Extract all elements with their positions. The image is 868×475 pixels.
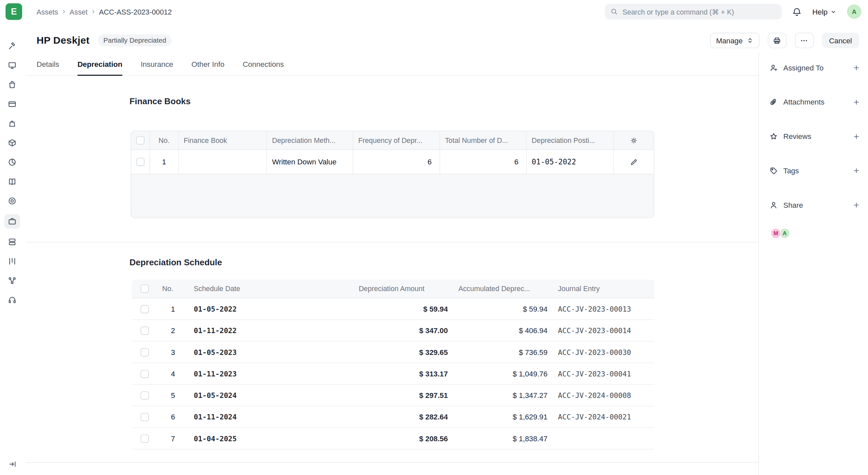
column-header-no: No. (158, 280, 188, 298)
schedule-row[interactable]: 1 01-05-2022 $ 59.94 $ 59.94 ACC-JV-2023… (132, 298, 654, 320)
schedule-row[interactable]: 3 01-05-2023 $ 329.65 $ 736.59 ACC-JV-20… (132, 342, 654, 363)
add-tag-button[interactable]: + (854, 166, 859, 175)
posting-date-cell[interactable]: 01-05-2022 (527, 150, 614, 174)
chevron-right-icon: › (63, 7, 65, 15)
notifications-button[interactable] (792, 7, 802, 16)
row-index: 2 (158, 320, 188, 341)
rail-item-buying[interactable] (4, 79, 20, 91)
hammer-icon (8, 42, 17, 51)
plus-icon: + (854, 62, 859, 73)
select-all-checkbox[interactable] (136, 136, 145, 145)
tab-details[interactable]: Details (36, 60, 59, 75)
sidebar-item-label: Share (783, 201, 803, 209)
journal-entry-cell[interactable]: ACC-JV-2023-00013 (552, 298, 654, 320)
grid-settings-icon[interactable] (630, 137, 638, 144)
rail-item-assets[interactable] (4, 214, 20, 229)
accumulated-cell: $ 1,838.47 (453, 428, 552, 449)
frequency-cell[interactable]: 6 (353, 150, 440, 174)
search-input[interactable] (623, 8, 776, 16)
row-checkbox[interactable] (136, 158, 145, 166)
form-tabs: Details Depreciation Insurance Other Inf… (26, 55, 758, 76)
journal-entry-cell[interactable] (552, 428, 654, 449)
avatar[interactable]: M (770, 228, 781, 239)
sidebar-item-assigned-to: Assigned To + (769, 57, 859, 79)
add-review-button[interactable]: + (854, 131, 859, 140)
journal-entry-cell[interactable]: ACC-JV-2024-00008 (552, 385, 654, 406)
rail-item-billing[interactable] (4, 98, 20, 110)
edit-row-icon[interactable] (630, 158, 638, 166)
expand-sidebar-button[interactable] (0, 460, 25, 468)
column-header-depreciation-method: Depreciation Meth... (267, 131, 353, 150)
add-share-button[interactable]: + (854, 200, 859, 210)
row-checkbox[interactable] (141, 326, 149, 335)
depreciation-amount-cell: $ 297.51 (353, 385, 453, 406)
sidebar-item-label: Assigned To (783, 64, 824, 72)
user-avatar[interactable]: A (847, 4, 861, 19)
journal-entry-cell[interactable]: ACC-JV-2024-00021 (552, 406, 654, 428)
rail-item-website[interactable] (4, 59, 20, 71)
sidebar-item-tags: Tags + (769, 159, 859, 182)
rail-item-crm[interactable] (4, 195, 20, 207)
cancel-button[interactable]: Cancel (822, 33, 859, 48)
journal-entry-cell[interactable]: ACC-JV-2023-00030 (552, 342, 654, 363)
rail-item-build[interactable] (4, 40, 20, 52)
finance-book-row[interactable]: 1 Written Down Value 6 6 01-05-2022 (131, 150, 654, 175)
finance-book-cell[interactable] (179, 150, 267, 174)
tab-insurance[interactable]: Insurance (141, 60, 173, 75)
app-logo[interactable]: E (6, 3, 22, 20)
schedule-row[interactable]: 7 01-04-2025 $ 208.56 $ 1,838.47 (132, 428, 654, 449)
finance-books-grid: No. Finance Book Depreciation Meth... Fr… (131, 131, 654, 218)
column-header-posting-date: Depreciation Posti... (527, 131, 614, 150)
tote-bag-icon (8, 119, 17, 128)
plus-icon: + (854, 165, 859, 176)
rail-item-layers[interactable] (4, 236, 20, 248)
printer-icon (773, 36, 781, 45)
help-menu[interactable]: Help (812, 8, 837, 16)
tab-other-info[interactable]: Other Info (191, 60, 225, 75)
schedule-row[interactable]: 2 01-11-2022 $ 347.00 $ 406.94 ACC-JV-20… (132, 320, 654, 341)
row-checkbox[interactable] (141, 413, 149, 421)
row-index: 3 (158, 342, 188, 363)
help-label: Help (812, 8, 828, 16)
row-checkbox[interactable] (141, 391, 149, 399)
add-assignment-button[interactable]: + (854, 63, 859, 72)
rail-item-projects[interactable] (4, 255, 20, 267)
total-depreciations-cell[interactable]: 6 (440, 150, 527, 174)
print-button[interactable] (768, 33, 786, 48)
rail-item-support[interactable] (4, 294, 20, 306)
schedule-row[interactable]: 6 01-11-2024 $ 282.64 $ 1,629.91 ACC-JV-… (132, 406, 654, 428)
status-badge: Partially Depreciated (98, 34, 172, 46)
journal-entry-cell[interactable]: ACC-JV-2023-00041 (552, 363, 654, 384)
depreciation-method-cell[interactable]: Written Down Value (267, 150, 353, 174)
select-all-checkbox[interactable] (141, 284, 149, 293)
schedule-row[interactable]: 5 01-05-2024 $ 297.51 $ 1,347.27 ACC-JV-… (132, 385, 654, 406)
rail-item-library[interactable] (4, 175, 20, 188)
global-search[interactable] (606, 4, 782, 20)
rail-item-integrations[interactable] (4, 275, 20, 287)
schedule-date-cell: 01-11-2023 (188, 363, 353, 384)
accumulated-cell: $ 1,049.76 (453, 363, 552, 384)
schedule-table-header: No. Schedule Date Depreciation Amount Ac… (132, 280, 654, 298)
schedule-row[interactable]: 4 01-11-2023 $ 313.17 $ 1,049.76 ACC-JV-… (132, 363, 654, 385)
row-checkbox[interactable] (141, 434, 149, 443)
breadcrumb-link-assets[interactable]: Assets (36, 8, 58, 16)
rail-item-selling[interactable] (4, 118, 20, 130)
tab-depreciation[interactable]: Depreciation (78, 60, 122, 75)
rail-item-stock[interactable] (4, 137, 20, 149)
journal-entry-cell[interactable]: ACC-JV-2023-00014 (552, 320, 654, 341)
network-icon (8, 276, 17, 285)
row-checkbox[interactable] (141, 305, 149, 313)
rail-item-analytics[interactable] (4, 156, 20, 168)
add-attachment-button[interactable]: + (854, 97, 859, 106)
breadcrumb-link-asset[interactable]: Asset (69, 8, 87, 16)
row-checkbox[interactable] (141, 370, 149, 378)
kanban-icon (8, 257, 17, 265)
column-header-no: No. (150, 131, 179, 150)
manage-button[interactable]: Manage (710, 33, 759, 48)
tab-connections[interactable]: Connections (243, 60, 284, 75)
column-header-finance-book: Finance Book (179, 131, 267, 150)
finance-books-grid-header: No. Finance Book Depreciation Meth... Fr… (131, 131, 654, 150)
arrow-to-bar-icon (8, 460, 16, 468)
row-checkbox[interactable] (141, 348, 149, 356)
more-menu-button[interactable] (795, 33, 813, 48)
